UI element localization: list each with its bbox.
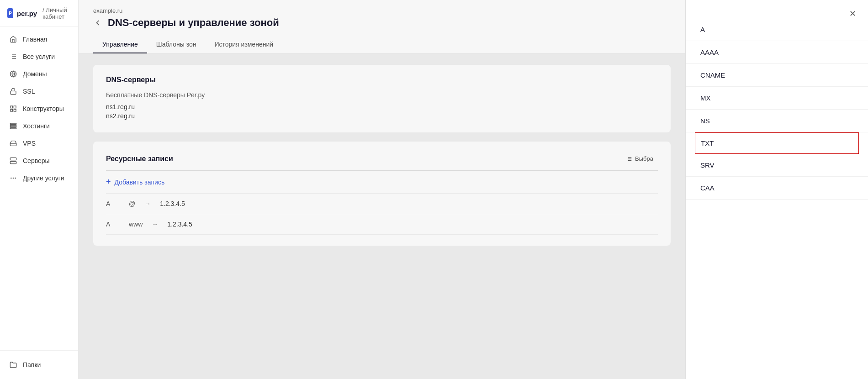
record-host-1: @ xyxy=(129,200,135,207)
svg-rect-14 xyxy=(10,126,16,127)
svg-rect-18 xyxy=(10,161,16,163)
tabs: Управление Шаблоны зон История изменений xyxy=(93,36,671,53)
panel-item-MX[interactable]: MX xyxy=(686,87,868,110)
svg-rect-12 xyxy=(14,109,16,111)
layout-icon xyxy=(9,105,17,113)
svg-rect-9 xyxy=(11,106,13,108)
record-value-1: 1.2.3.4.5 xyxy=(160,200,185,207)
panel-item-TXT[interactable]: TXT xyxy=(695,132,859,154)
svg-rect-15 xyxy=(10,127,16,129)
records-header: Ресурсные записи Выбра xyxy=(106,153,658,165)
add-record-row[interactable]: + Добавить запись xyxy=(106,171,658,194)
content-area: DNS-серверы Бесплатные DNS-серверы Per.p… xyxy=(79,54,685,266)
dns-server-1: ns1.reg.ru xyxy=(106,103,658,111)
page-header: example.ru DNS-серверы и управление зоно… xyxy=(79,0,685,54)
records-card: Ресурсные записи Выбра + Добавить запись… xyxy=(93,142,671,246)
sidebar-item-home[interactable]: Главная xyxy=(0,31,78,48)
svg-point-23 xyxy=(15,178,16,178)
panel-item-MX-label: MX xyxy=(700,94,711,102)
app-brand: per.py xyxy=(17,10,37,17)
panel-item-NS-label: NS xyxy=(700,117,710,125)
tab-history[interactable]: История изменений xyxy=(205,36,282,53)
breadcrumb: example.ru xyxy=(93,7,671,14)
svg-rect-17 xyxy=(10,158,16,160)
panel-item-SRV[interactable]: SRV xyxy=(686,154,868,177)
panel-list: A AAAA CNAME MX NS TXT SRV CAA xyxy=(686,18,868,379)
svg-rect-13 xyxy=(10,123,16,125)
sidebar-item-domains[interactable]: Домены xyxy=(0,65,78,83)
home-icon xyxy=(9,35,17,43)
dns-subtitle: Бесплатные DNS-серверы Per.py xyxy=(106,91,658,99)
app-cabinet: / Личный кабинет xyxy=(42,6,71,20)
panel-item-CAA-label: CAA xyxy=(700,184,715,192)
svg-rect-8 xyxy=(11,91,16,94)
panel-item-TXT-label: TXT xyxy=(701,139,714,147)
sidebar-item-vps-label: VPS xyxy=(23,140,36,147)
close-button[interactable]: ✕ xyxy=(846,7,859,20)
sidebar-item-folders[interactable]: Папки xyxy=(9,356,69,374)
sidebar-nav: Главная Все услуги Домены SSL Конструкто xyxy=(0,27,78,350)
table-row: A @ → 1.2.3.4.5 xyxy=(106,194,658,214)
tab-zone-templates[interactable]: Шаблоны зон xyxy=(147,36,206,53)
dns-servers-card: DNS-серверы Бесплатные DNS-серверы Per.p… xyxy=(93,65,671,132)
sidebar-item-servers[interactable]: Серверы xyxy=(0,152,78,169)
sidebar-item-home-label: Главная xyxy=(23,36,47,43)
sidebar-bottom: Папки xyxy=(0,350,78,379)
page-title-row: DNS-серверы и управление зоной xyxy=(93,17,671,29)
panel-item-CAA[interactable]: CAA xyxy=(686,177,868,200)
main-content: example.ru DNS-серверы и управление зоно… xyxy=(79,0,685,379)
sidebar-item-constructors-label: Конструкторы xyxy=(23,105,64,112)
sidebar-item-hosting[interactable]: Хостинги xyxy=(0,117,78,135)
sidebar-item-folders-label: Папки xyxy=(23,361,41,368)
sidebar-item-other[interactable]: Другие услуги xyxy=(0,169,78,187)
globe-icon xyxy=(9,70,17,78)
panel-item-A-label: A xyxy=(700,26,705,33)
record-arrow-1: → xyxy=(144,200,151,207)
sidebar-header: P per.py / Личный кабинет xyxy=(0,0,78,27)
panel-item-A[interactable]: A xyxy=(686,18,868,41)
panel-item-CNAME[interactable]: CNAME xyxy=(686,64,868,87)
records-title: Ресурсные записи xyxy=(106,155,173,163)
list-icon xyxy=(9,53,17,61)
record-host-2: www xyxy=(129,221,143,228)
sidebar-item-servers-label: Серверы xyxy=(23,157,50,164)
tab-management[interactable]: Управление xyxy=(93,36,147,53)
server-icon xyxy=(9,157,17,165)
svg-rect-11 xyxy=(11,109,13,111)
sidebar-item-services[interactable]: Все услуги xyxy=(0,48,78,65)
sidebar-item-ssl-label: SSL xyxy=(23,88,35,95)
page-title: DNS-серверы и управление зоной xyxy=(108,17,279,29)
record-type-2: A xyxy=(106,221,120,228)
vps-icon xyxy=(9,139,17,147)
panel-item-AAAA-label: AAAA xyxy=(700,48,719,56)
record-arrow-2: → xyxy=(152,221,158,228)
sidebar-item-constructors[interactable]: Конструкторы xyxy=(0,100,78,117)
svg-rect-10 xyxy=(14,106,16,108)
sidebar-item-domains-label: Домены xyxy=(23,70,47,78)
sidebar-item-other-label: Другие услуги xyxy=(23,174,64,182)
dns-server-2: ns2.reg.ru xyxy=(106,112,658,120)
lock-icon xyxy=(9,87,17,95)
table-row: A www → 1.2.3.4.5 xyxy=(106,214,658,235)
svg-point-21 xyxy=(11,178,11,178)
logo-letter: P xyxy=(9,11,12,16)
dns-section-title: DNS-серверы xyxy=(106,76,658,84)
sidebar: P per.py / Личный кабинет Главная Все ус… xyxy=(0,0,79,379)
record-type-1: A xyxy=(106,200,120,207)
select-button[interactable]: Выбра xyxy=(621,153,658,165)
back-button[interactable] xyxy=(93,18,102,27)
sidebar-item-vps[interactable]: VPS xyxy=(0,135,78,152)
panel-item-CNAME-label: CNAME xyxy=(700,71,725,79)
svg-point-22 xyxy=(13,178,13,178)
hosting-icon xyxy=(9,122,17,130)
sidebar-item-services-label: Все услуги xyxy=(23,53,55,60)
folder-icon xyxy=(9,361,17,369)
panel-item-NS[interactable]: NS xyxy=(686,110,868,132)
panel-item-AAAA[interactable]: AAAA xyxy=(686,41,868,64)
sidebar-item-hosting-label: Хостинги xyxy=(23,122,50,130)
right-panel: ✕ A AAAA CNAME MX NS TXT SRV CAA xyxy=(685,0,868,379)
app-logo: P xyxy=(7,8,13,18)
sidebar-item-ssl[interactable]: SSL xyxy=(0,83,78,100)
dots-icon xyxy=(9,174,17,182)
record-value-2: 1.2.3.4.5 xyxy=(167,221,192,228)
